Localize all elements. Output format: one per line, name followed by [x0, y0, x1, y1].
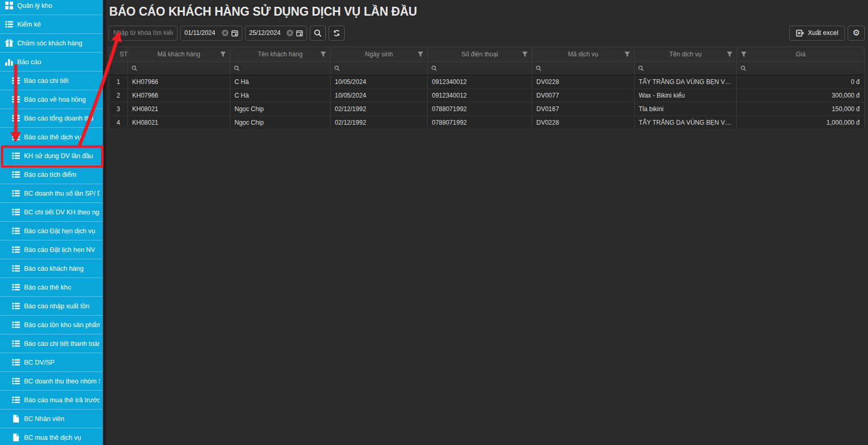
sidebar-item-label: KH sử dụng DV lần đầu	[24, 152, 93, 160]
list-icon	[12, 358, 20, 366]
search-icon	[638, 65, 644, 71]
file-icon	[12, 415, 20, 423]
column-header[interactable]: Mã khách hàng	[128, 47, 230, 62]
sidebar-item[interactable]: BC doanh thu số lần SP/ DV	[0, 184, 103, 203]
search-icon	[431, 65, 437, 71]
table-cell: C Hà	[230, 75, 331, 89]
sidebar-item[interactable]: Báo cáo thẻ dịch vụ	[0, 128, 103, 147]
column-filter-input	[109, 62, 128, 75]
column-filter-input[interactable]	[737, 62, 865, 75]
date-from-field[interactable]: 01/11/2024	[180, 26, 242, 41]
table-row[interactable]: 1KH07966C Hà10/05/20240912340012DV0228TẨ…	[109, 75, 865, 89]
export-excel-label: Xuất excel	[808, 29, 838, 37]
sidebar-item[interactable]: Báo cáo Đặt hẹn dịch vụ	[0, 222, 103, 240]
sidebar-item[interactable]: Kiểm kê	[0, 15, 103, 34]
sidebar-item[interactable]: Báo cáo Đặt lịch hẹn NV	[0, 240, 103, 259]
sidebar-item-label: BC DV/SP	[24, 359, 54, 366]
sidebar-item-label: Báo cáo thẻ kho	[24, 284, 71, 291]
sidebar-item[interactable]: BC doanh thu theo nhóm SP	[0, 372, 103, 391]
list-icon	[12, 189, 20, 197]
sidebar-item[interactable]: Báo cáo tích điểm	[0, 165, 103, 184]
table-cell: 10/05/2024	[331, 75, 428, 89]
table-cell: 02/12/1992	[331, 102, 428, 116]
list-icon	[12, 302, 20, 310]
sidebar-item[interactable]: Báo cáo khách hàng	[0, 259, 103, 278]
column-filter-input[interactable]	[532, 62, 635, 75]
table-cell: TẨY TRẮNG DA VÙNG BẸN VÀ...	[635, 116, 737, 129]
search-icon	[234, 65, 240, 71]
column-header[interactable]: Tên khách hàng	[230, 47, 331, 62]
table-cell: DV0167	[532, 102, 635, 116]
sidebar-item[interactable]: BC mua thẻ dịch vụ	[0, 428, 103, 445]
sidebar-item[interactable]: Chăm sóc khách hàng	[0, 34, 103, 53]
filter-icon[interactable]	[522, 51, 528, 57]
table-cell: Ngọc Chip	[230, 102, 331, 116]
list-icon	[12, 340, 20, 347]
sidebar-item[interactable]: Báo cáo chi tiết thanh toán	[0, 334, 103, 353]
sidebar-item[interactable]: Báo cáo tồn kho sản phẩm	[0, 316, 103, 334]
table-row[interactable]: 2KH07966C Hà10/05/20240912340012DV0077Wa…	[109, 89, 865, 102]
sidebar-item-label: Báo cáo tổng doanh thu	[24, 115, 93, 122]
sidebar-item[interactable]: Báo cáo nhập xuất tồn	[0, 297, 103, 316]
sidebar-item[interactable]: BC DV/SP	[0, 353, 103, 372]
filter-icon[interactable]	[220, 51, 226, 57]
list-icon	[12, 171, 20, 178]
sidebar-item[interactable]: Báo cáo tổng doanh thu	[0, 109, 103, 128]
gear-icon: ⚙	[852, 29, 860, 37]
column-header[interactable]: Ngày sinh	[331, 47, 428, 62]
table-cell: DV0077	[532, 89, 635, 102]
search-icon	[314, 29, 322, 37]
table-cell: 150,000 đ	[737, 102, 865, 116]
column-header[interactable]: STT	[109, 47, 128, 62]
report-table: STTMã khách hàngTên khách hàngNgày sinhS…	[109, 46, 865, 129]
table-cell: 4	[109, 116, 128, 129]
clear-icon[interactable]	[286, 29, 294, 37]
export-excel-button[interactable]: Xuất excel	[789, 26, 845, 41]
date-to-field[interactable]: 25/12/2024	[245, 26, 307, 41]
filter-icon[interactable]	[741, 51, 747, 57]
sidebar-item[interactable]: Báo cáo chi tiết	[0, 71, 103, 90]
refresh-button[interactable]	[329, 26, 345, 41]
sidebar-item-label: Báo cáo chi tiết	[24, 77, 68, 85]
sidebar-item[interactable]: Quản lý kho	[0, 0, 103, 15]
sidebar-item[interactable]: Báo cáo thẻ kho	[0, 278, 103, 297]
search-button[interactable]	[310, 26, 326, 41]
table-cell: 02/12/1992	[331, 116, 428, 129]
filter-icon[interactable]	[417, 51, 424, 57]
sidebar-item-label: Kiểm kê	[17, 21, 41, 28]
settings-button[interactable]: ⚙	[848, 26, 865, 41]
column-header[interactable]: Giá	[737, 47, 865, 62]
column-filter-input[interactable]	[331, 62, 428, 75]
sidebar-item-label: BC Nhân viên	[24, 415, 64, 423]
column-filter-input[interactable]	[635, 62, 737, 75]
column-header[interactable]: Mã dịch vụ	[532, 47, 635, 62]
table-row[interactable]: 4KH08021Ngọc Chip02/12/19920788071992DV0…	[109, 116, 865, 129]
table-row[interactable]: 3KH08021Ngọc Chip02/12/19920788071992DV0…	[109, 102, 865, 116]
sidebar-item[interactable]: Báo cáo	[0, 53, 103, 71]
filter-icon[interactable]	[726, 51, 733, 57]
column-filter-input[interactable]	[428, 62, 532, 75]
clear-icon[interactable]	[221, 29, 229, 37]
list-icon	[12, 264, 20, 272]
sidebar-item[interactable]: Báo cáo về hoa hồng	[0, 90, 103, 109]
calendar-icon[interactable]	[296, 30, 303, 37]
column-header[interactable]: Số điện thoại	[428, 47, 532, 62]
table-cell: Tỉa bikini	[635, 102, 737, 116]
column-filter-input[interactable]	[230, 62, 331, 75]
column-filter-input[interactable]	[128, 62, 230, 75]
sidebar-menu: Quản lý khoKiểm kêChăm sóc khách hàngBáo…	[0, 0, 103, 445]
sidebar-item-label: Báo cáo thẻ dịch vụ	[24, 134, 81, 141]
sidebar-item[interactable]: BC Nhân viên	[0, 410, 103, 428]
sidebar-item-highlighted[interactable]: KH sử dụng DV lần đầu	[0, 147, 103, 165]
search-input[interactable]	[109, 26, 178, 41]
list-icon	[12, 77, 20, 85]
filter-icon[interactable]	[320, 51, 326, 57]
calendar-icon[interactable]	[231, 30, 238, 37]
filter-icon[interactable]	[624, 51, 630, 57]
sidebar-item[interactable]: Báo cáo mua thẻ trả trước	[0, 391, 103, 410]
sidebar-item-label: Báo cáo	[17, 58, 41, 66]
column-header[interactable]: Tên dịch vụ	[635, 47, 737, 62]
sidebar-item-label: BC mua thẻ dịch vụ	[24, 434, 81, 441]
table-cell: KH08021	[128, 102, 230, 116]
sidebar-item[interactable]: BC chi tiết DV KH theo ngày giờ	[0, 203, 103, 222]
